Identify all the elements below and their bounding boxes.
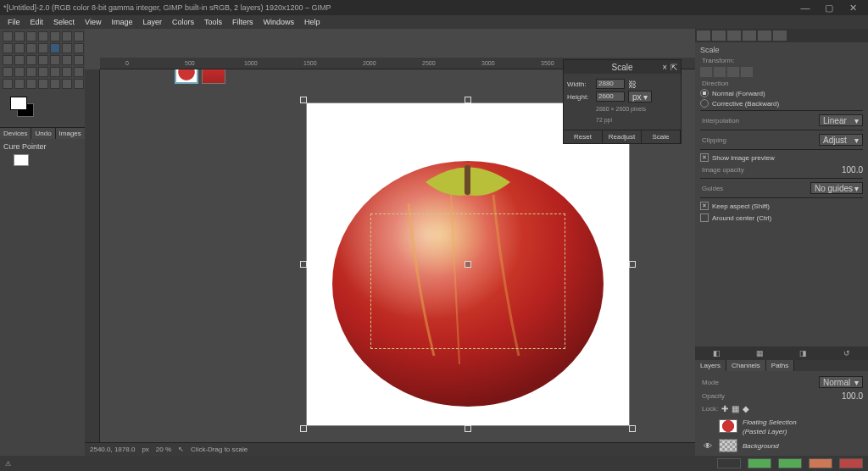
tab-undo[interactable]: Undo <box>31 128 55 139</box>
height-input[interactable]: 2600 <box>596 91 625 102</box>
menu-file[interactable]: File <box>3 17 25 27</box>
tool[interactable] <box>26 31 36 42</box>
chain-icon[interactable]: ⛓ <box>628 80 637 89</box>
tab-devices[interactable]: Devices <box>0 128 31 139</box>
tool[interactable] <box>62 67 72 77</box>
canvas-transform-frame[interactable] <box>307 103 629 425</box>
readjust-button[interactable]: Readjust <box>603 130 642 143</box>
tool[interactable] <box>3 55 13 65</box>
tool[interactable] <box>26 79 36 89</box>
dock-tab[interactable] <box>697 30 710 41</box>
tool[interactable] <box>26 55 36 65</box>
chk-show-preview[interactable]: Show image preview <box>700 152 863 163</box>
tool[interactable] <box>38 43 48 53</box>
tool[interactable] <box>74 55 84 65</box>
menu-tools[interactable]: Tools <box>200 17 226 27</box>
opacity-value[interactable]: 100.0 <box>842 391 863 401</box>
scale-button[interactable]: Scale <box>642 130 681 143</box>
transform-target-icon[interactable] <box>714 67 726 77</box>
lock-alpha-icon[interactable]: ◆ <box>743 404 749 413</box>
unit-dropdown[interactable]: px▾ <box>628 91 652 103</box>
tool[interactable] <box>50 79 60 89</box>
tool[interactable] <box>14 31 25 42</box>
history-tab-icon[interactable]: ↺ <box>841 349 853 357</box>
reset-button[interactable]: Reset <box>564 130 603 143</box>
transform-target-icon[interactable] <box>727 67 739 77</box>
image-opacity-value[interactable]: 100.0 <box>842 165 863 175</box>
menu-windows[interactable]: Windows <box>259 17 298 27</box>
maximize-button[interactable]: ▢ <box>817 1 841 14</box>
tool[interactable] <box>3 79 13 89</box>
tool[interactable] <box>62 43 72 53</box>
status-button-red[interactable] <box>839 458 863 468</box>
dock-tab[interactable] <box>743 30 756 41</box>
dock-tab[interactable] <box>727 30 741 41</box>
status-unit[interactable]: px <box>142 446 148 453</box>
menu-image[interactable]: Image <box>107 17 136 27</box>
menu-view[interactable]: View <box>81 17 105 27</box>
tab-layers[interactable]: Layers <box>695 360 726 371</box>
handle-b[interactable] <box>465 425 471 432</box>
handle-l[interactable] <box>300 261 307 268</box>
radio-direction-normal[interactable]: Normal (Forward) <box>700 88 863 98</box>
menu-colors[interactable]: Colors <box>168 17 198 27</box>
clipping-dropdown[interactable]: Adjust▾ <box>819 134 863 146</box>
tool[interactable] <box>50 31 60 42</box>
mode-dropdown[interactable]: Normal▾ <box>819 376 863 388</box>
font-tab-icon[interactable]: ◨ <box>798 349 810 357</box>
tool[interactable] <box>74 43 84 53</box>
tool[interactable] <box>26 43 36 53</box>
layer-row-background[interactable]: 👁 Background <box>700 437 863 454</box>
visibility-icon[interactable]: 👁 <box>704 441 714 451</box>
chk-keep-aspect[interactable]: Keep aspect (Shift) <box>700 200 863 212</box>
handle-t[interactable] <box>465 97 471 103</box>
pin-icon[interactable]: ⇱ <box>670 63 677 72</box>
tool-scale[interactable] <box>50 43 60 53</box>
lock-position-icon[interactable]: ▦ <box>732 404 739 413</box>
chk-around-center[interactable]: Around center (Ctrl) <box>700 212 863 224</box>
scale-dialog[interactable]: Scale⇱× Width:2880⛓ Height:2600px▾ 2880 … <box>563 59 682 144</box>
fg-color[interactable] <box>10 97 27 110</box>
menu-layer[interactable]: Layer <box>138 17 166 27</box>
tool[interactable] <box>14 79 25 89</box>
tool[interactable] <box>38 79 48 89</box>
tool[interactable] <box>74 67 84 77</box>
tool[interactable] <box>3 31 13 42</box>
menu-help[interactable]: Help <box>300 17 325 27</box>
menu-edit[interactable]: Edit <box>26 17 48 27</box>
minimize-button[interactable]: — <box>793 1 817 14</box>
tab-paths[interactable]: Paths <box>766 360 794 371</box>
status-warning-icon[interactable]: ⚠ <box>5 460 11 468</box>
brush-tab-icon[interactable]: ◧ <box>711 349 723 357</box>
close-icon[interactable]: × <box>662 63 667 72</box>
tool[interactable] <box>50 55 60 65</box>
tool[interactable] <box>74 31 84 42</box>
tool[interactable] <box>14 43 25 53</box>
width-input[interactable]: 2880 <box>596 79 625 89</box>
dock-tab[interactable] <box>712 30 726 41</box>
tab-images[interactable]: Images <box>56 128 86 139</box>
pattern-tab-icon[interactable]: ▦ <box>754 349 766 357</box>
pointer-swatch[interactable] <box>14 154 29 166</box>
tool[interactable] <box>3 43 13 53</box>
transform-target-icon[interactable] <box>700 67 712 77</box>
status-button-green[interactable] <box>748 458 771 468</box>
tool[interactable] <box>26 67 36 77</box>
close-button[interactable]: ✕ <box>841 1 865 14</box>
handle-tl[interactable] <box>300 97 307 103</box>
layer-row-floating[interactable]: Floating Selection(Pasted Layer) <box>700 415 863 437</box>
tool[interactable] <box>62 79 72 89</box>
tool[interactable] <box>14 67 25 77</box>
tool[interactable] <box>38 31 48 42</box>
status-zoom[interactable]: 20 % <box>156 446 171 453</box>
tab-channels[interactable]: Channels <box>726 360 766 371</box>
menu-select[interactable]: Select <box>49 17 79 27</box>
status-button-green[interactable] <box>778 458 802 468</box>
tool[interactable] <box>74 79 84 89</box>
tool[interactable] <box>50 67 60 77</box>
dock-tab[interactable] <box>758 30 771 41</box>
handle-bl[interactable] <box>300 425 307 432</box>
tool[interactable] <box>62 55 72 65</box>
tool[interactable] <box>14 55 25 65</box>
handle-center[interactable] <box>465 261 471 268</box>
